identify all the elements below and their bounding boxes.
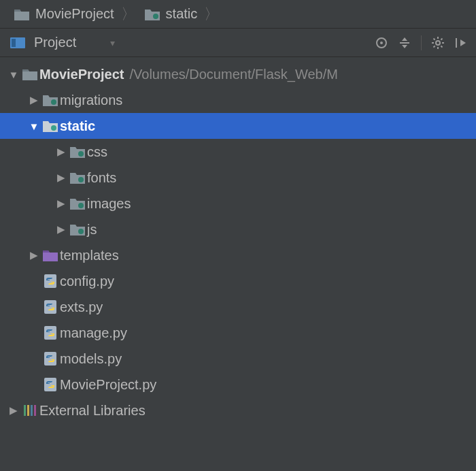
svg-point-16 — [51, 99, 56, 105]
tree-item-exts[interactable]: ▶ exts.py — [0, 294, 476, 320]
disclosure-closed-icon[interactable]: ▶ — [27, 249, 41, 261]
tree-item-fonts[interactable]: ▶ fonts — [0, 165, 476, 191]
gear-icon[interactable] — [431, 36, 445, 50]
tree-item-label: exts.py — [60, 299, 103, 315]
tree-item-label: js — [87, 222, 97, 238]
tree-item-models[interactable]: ▶ models.py — [0, 346, 476, 372]
tree-external-libraries[interactable]: ▶ External Libraries — [0, 397, 476, 423]
tree-item-label: templates — [60, 248, 119, 263]
python-file-icon — [41, 351, 60, 366]
svg-line-13 — [434, 46, 435, 47]
folder-icon — [68, 146, 87, 158]
svg-rect-2 — [12, 39, 16, 47]
folder-icon — [68, 172, 87, 184]
svg-line-12 — [441, 46, 442, 47]
svg-point-0 — [153, 14, 158, 19]
disclosure-open-icon[interactable]: ▼ — [7, 69, 20, 80]
tree-item-label: fonts — [87, 170, 116, 186]
chevron-right-icon: 〉 — [120, 4, 137, 25]
disclosure-closed-icon[interactable]: ▶ — [54, 172, 68, 184]
tree-root-path: /Volumes/Document/Flask_Web/M — [124, 67, 337, 82]
python-file-icon — [41, 325, 60, 340]
folder-icon — [41, 120, 60, 132]
svg-rect-28 — [27, 405, 29, 416]
collapse-icon[interactable] — [398, 36, 411, 50]
tree-item-label: config.py — [60, 274, 114, 289]
svg-rect-25 — [44, 352, 56, 366]
hide-icon[interactable] — [454, 36, 468, 50]
libraries-icon — [20, 404, 39, 417]
svg-point-4 — [380, 42, 383, 44]
tree-item-label: External Libraries — [39, 403, 146, 419]
svg-rect-26 — [44, 378, 56, 391]
breadcrumb-static[interactable]: static — [137, 6, 203, 22]
svg-point-6 — [436, 41, 440, 45]
svg-point-17 — [51, 125, 56, 131]
svg-rect-22 — [44, 274, 56, 288]
disclosure-closed-icon[interactable]: ▶ — [54, 146, 68, 158]
svg-point-21 — [78, 229, 84, 234]
svg-point-19 — [78, 177, 84, 182]
svg-rect-23 — [44, 300, 56, 314]
svg-point-18 — [78, 151, 84, 157]
tree-item-label: manage.py — [60, 325, 127, 341]
svg-rect-27 — [24, 405, 26, 416]
project-view-label: Project — [34, 35, 76, 50]
python-file-icon — [41, 299, 60, 314]
tree-item-js[interactable]: ▶ js — [0, 216, 476, 242]
tree-root[interactable]: ▼ MovieProject /Volumes/Document/Flask_W… — [0, 61, 476, 87]
svg-line-11 — [434, 38, 435, 39]
disclosure-closed-icon[interactable]: ▶ — [54, 197, 68, 210]
disclosure-closed-icon[interactable]: ▶ — [7, 404, 20, 417]
divider — [421, 35, 422, 50]
folder-icon — [68, 197, 87, 210]
svg-line-14 — [441, 38, 442, 39]
tree-item-templates[interactable]: ▶ templates — [0, 242, 476, 268]
tree-root-label: MovieProject — [39, 67, 124, 82]
chevron-right-icon: 〉 — [203, 4, 220, 25]
tree-item-migrations[interactable]: ▶ migrations — [0, 87, 476, 113]
svg-rect-24 — [44, 326, 56, 340]
folder-icon — [20, 68, 39, 80]
tree-item-manage[interactable]: ▶ manage.py — [0, 320, 476, 346]
tree-item-label: css — [87, 144, 107, 160]
tree-item-css[interactable]: ▶ css — [0, 139, 476, 165]
breadcrumb: MovieProject 〉 static 〉 — [0, 0, 476, 29]
tree-item-label: static — [60, 118, 95, 134]
tree-item-movieproject[interactable]: ▶ MovieProject.py — [0, 372, 476, 397]
folder-icon — [143, 8, 162, 20]
svg-rect-30 — [34, 405, 36, 416]
tree-item-label: models.py — [60, 351, 122, 367]
folder-icon — [12, 8, 31, 20]
tree-item-label: MovieProject.py — [60, 377, 156, 393]
tree-item-config[interactable]: ▶ config.py — [0, 268, 476, 294]
tree-item-label: images — [87, 196, 131, 212]
disclosure-closed-icon[interactable]: ▶ — [27, 94, 41, 106]
folder-icon — [41, 94, 60, 106]
disclosure-open-icon[interactable]: ▼ — [27, 120, 41, 132]
python-file-icon — [41, 377, 60, 392]
breadcrumb-root[interactable]: MovieProject — [7, 6, 120, 22]
svg-point-20 — [78, 203, 84, 208]
target-icon[interactable] — [375, 36, 388, 50]
svg-rect-15 — [456, 38, 457, 48]
chevron-down-icon: ▾ — [83, 37, 115, 48]
project-tree: ▼ MovieProject /Volumes/Document/Flask_W… — [0, 57, 476, 423]
project-icon — [8, 36, 27, 50]
folder-icon — [41, 249, 60, 261]
svg-rect-29 — [31, 405, 33, 416]
python-file-icon — [41, 274, 60, 289]
tree-item-images[interactable]: ▶ images — [0, 191, 476, 216]
project-toolbar: Project ▾ — [0, 29, 476, 57]
toolbar-actions — [375, 35, 468, 50]
disclosure-closed-icon[interactable]: ▶ — [54, 223, 68, 236]
folder-icon — [68, 223, 87, 236]
project-view-dropdown[interactable]: Project ▾ — [8, 35, 115, 50]
breadcrumb-static-label: static — [166, 6, 198, 22]
tree-item-label: migrations — [60, 93, 122, 108]
tree-item-static[interactable]: ▼ static — [0, 113, 476, 139]
breadcrumb-root-label: MovieProject — [35, 6, 114, 22]
